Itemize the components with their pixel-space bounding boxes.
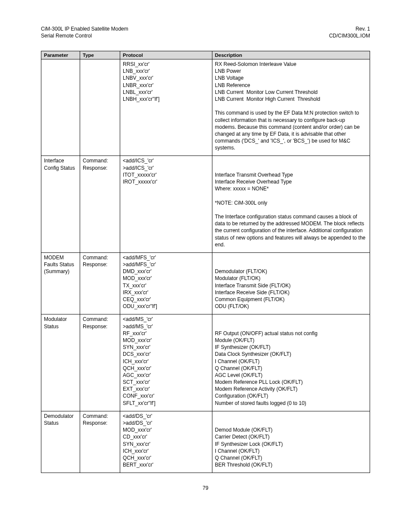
cell-line: ODU_xxx'cr''lf'] — [123, 303, 209, 310]
cell-line: <add/MS_'cr' — [123, 316, 209, 323]
cell-line: Where: xxxxx = NONE* — [215, 185, 367, 192]
cell-line: Q Channel (OK/FLT) — [215, 454, 367, 461]
cell-line: Module (OK/FLT) — [215, 337, 367, 344]
cell-line: Interface Transmit Overhead Type — [215, 171, 367, 178]
cell-line — [215, 261, 367, 268]
cell-line — [215, 323, 367, 330]
cell-line: Interface Receive Side (FLT/OK) — [215, 289, 367, 296]
header-right-1: Rev. 1 — [355, 26, 370, 32]
cell-protocol: <add/MS_'cr'>add/MS_'cr'RF_xxx'cr'MOD_xx… — [120, 314, 212, 411]
cell-line — [215, 420, 367, 426]
cell-line: RF Output (ON/OFF) actual status not con… — [215, 330, 367, 337]
cell-line — [215, 157, 367, 164]
cell-line: MODEM Faults Status (Summary) — [44, 254, 77, 275]
cell-parameter: Interface Config Status — [41, 156, 80, 252]
header-right-2: CD/CIM300L.IOM — [329, 33, 370, 39]
cell-line: RX Reed-Solomon Interleave Value — [215, 61, 367, 68]
cell-line: This command is used by the EF Data M:N … — [215, 109, 367, 151]
cell-line: Response: — [83, 261, 117, 268]
cell-line: LNB Current Monitor Low Current Threshol… — [215, 89, 367, 96]
cell-line: Number of stored faults logged (0 to 10) — [215, 400, 367, 407]
cell-line: Demodulator Status — [44, 413, 77, 426]
cell-line: Modem Reference Activity (OK/FLT) — [215, 386, 367, 392]
table-row: Demodulator StatusCommand:Response:<add/… — [41, 411, 370, 473]
cell-line: LNB Voltage — [215, 75, 367, 81]
cell-description: Demod Module (OK/FLT)Carrier Detect (OK/… — [212, 411, 370, 473]
cell-line: LNBR_xxx'cr' — [123, 82, 209, 89]
cell-line: LNB Power — [215, 68, 367, 75]
cell-description: RF Output (ON/OFF) actual status not con… — [212, 314, 370, 411]
cell-line: SYN_xxx'cr' — [123, 344, 209, 351]
cell-line: Command: — [83, 413, 117, 420]
header-left-1: CiM-300L IP Enabled Satellite Modem — [41, 26, 128, 32]
cell-line: Response: — [83, 165, 117, 171]
cell-line: <add/MFS_'cr' — [123, 254, 209, 261]
cell-line: I Channel (OK/FLT) — [215, 358, 367, 365]
cell-line: Interface Receive Overhead Type — [215, 178, 367, 185]
page-header: CiM-300L IP Enabled Satellite Modem Rev.… — [41, 26, 370, 39]
cell-line: SYN_xxx'cr' — [123, 441, 209, 448]
cell-line: DCS_xxx'cr' — [123, 351, 209, 358]
col-description: Description — [212, 51, 370, 59]
cell-line: QCH_xxx'cr' — [123, 454, 209, 461]
cell-line: I Channel (OK/FLT) — [215, 448, 367, 454]
cell-line: LNBL_xxx'cr' — [123, 89, 209, 96]
cell-line: IF Synthesizer (OK/FLT) — [215, 344, 367, 351]
cell-line: Configuration (OK/FLT) — [215, 392, 367, 399]
cell-line: ICH_xxx'cr' — [123, 448, 209, 454]
cell-line — [215, 206, 367, 213]
cell-line: ODU (FLT/OK) — [215, 303, 367, 310]
cell-line: MOD_xxx'cr' — [123, 426, 209, 433]
cell-line: *NOTE: CiM-300L only — [215, 199, 367, 206]
cell-protocol: <add/DS_'cr'>add/DS_'cr'MOD_xxx'cr'CD_xx… — [120, 411, 212, 473]
cell-line: >add/MS_'cr' — [123, 323, 209, 330]
cell-line: EXT_xxx'cr' — [123, 386, 209, 392]
cell-line: LNBH_xxx'cr''lf'] — [123, 96, 209, 103]
cell-line: Demodulator (FLT/OK) — [215, 268, 367, 275]
cell-line: >add/ICS_'cr' — [123, 165, 209, 171]
cell-type: Command:Response: — [80, 314, 120, 411]
header-left-2: Serial Remote Control — [41, 33, 92, 39]
cell-line: <add/DS_'cr' — [123, 413, 209, 420]
table-row: Interface Config StatusCommand:Response:… — [41, 156, 370, 252]
cell-line: LNB_xxx'cr' — [123, 68, 209, 75]
cell-line — [83, 61, 117, 68]
cell-line: >add/DS_'cr' — [123, 420, 209, 426]
cell-type: Command:Response: — [80, 156, 120, 252]
cell-line: RF_xxx'cr' — [123, 330, 209, 337]
cell-protocol: RRSI_xx'cr'LNB_xxx'cr'LNBV_xxx'cr'LNBR_x… — [120, 59, 212, 156]
table-row: RRSI_xx'cr'LNB_xxx'cr'LNBV_xxx'cr'LNBR_x… — [41, 59, 370, 156]
cell-line: Response: — [83, 323, 117, 330]
cell-parameter: Demodulator Status — [41, 411, 80, 473]
page-number: 79 — [41, 485, 370, 491]
cell-line — [215, 413, 367, 420]
cell-parameter: MODEM Faults Status (Summary) — [41, 252, 80, 314]
cell-line: IF Synthesizer Lock (OK/FLT) — [215, 441, 367, 448]
col-parameter: Parameter — [41, 51, 80, 59]
cell-line: ITOT_xxxxx'cr' — [123, 171, 209, 178]
cell-line: Command: — [83, 316, 117, 323]
cell-description: Interface Transmit Overhead TypeInterfac… — [212, 156, 370, 252]
parameter-table: Parameter Type Protocol Description RRSI… — [41, 51, 370, 473]
cell-line: MOD_xxx'cr' — [123, 337, 209, 344]
cell-line: BERT_xxx'cr' — [123, 461, 209, 468]
cell-protocol: <add/ICS_'cr'>add/ICS_'cr'ITOT_xxxxx'cr'… — [120, 156, 212, 252]
cell-line: DMD_xxx'cr' — [123, 268, 209, 275]
table-row: MODEM Faults Status (Summary)Command:Res… — [41, 252, 370, 314]
cell-line: Interface Transmit Side (FLT/OK) — [215, 282, 367, 289]
cell-line: Modem Reference PLL Lock (OK/FLT) — [215, 379, 367, 386]
cell-line: LNB Current Monitor High Current Thresho… — [215, 96, 367, 103]
cell-line: Demod Module (OK/FLT) — [215, 426, 367, 433]
cell-line: QCH_xxx'cr' — [123, 365, 209, 372]
cell-line: Q Channel (OK/FLT) — [215, 365, 367, 372]
cell-line: Command: — [83, 254, 117, 261]
cell-line: ICH_xxx'cr' — [123, 358, 209, 365]
cell-line: LNBV_xxx'cr' — [123, 75, 209, 81]
cell-line: IRX_xxx'cr' — [123, 289, 209, 296]
cell-line: RRSI_xx'cr' — [123, 61, 209, 68]
cell-line — [215, 316, 367, 323]
cell-parameter: Modulator Status — [41, 314, 80, 411]
cell-line: BER Threshold (OK/FLT) — [215, 461, 367, 468]
cell-type — [80, 59, 120, 156]
cell-line: The Interface configuration status comma… — [215, 213, 367, 248]
